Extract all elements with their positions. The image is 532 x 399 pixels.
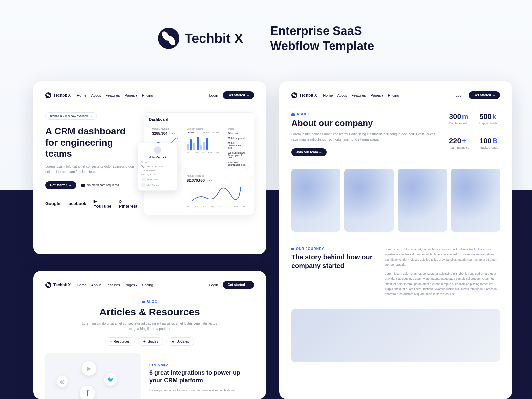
nav-links: Home About Features Pages▾ Pricing bbox=[77, 93, 153, 97]
widget-annual-revenue: Annual revenues $2,370,650▲ 8.1 FebMarAp… bbox=[184, 172, 249, 210]
nav-about[interactable]: About bbox=[91, 283, 101, 287]
chevron-down-icon: ▾ bbox=[382, 94, 383, 97]
stat-leads: 100B Tracked leads bbox=[479, 137, 500, 156]
brand-youtube: ▶ YouTube bbox=[94, 199, 112, 209]
filter-guides[interactable]: ✦Guides bbox=[138, 337, 163, 346]
youtube-icon: ▶ bbox=[82, 361, 96, 376]
hero-cta-button[interactable]: Get started → bbox=[45, 181, 76, 189]
featured-body: Lorem ipsum dolor sit amet consectetur u… bbox=[149, 388, 254, 393]
stat-team: 220+ Team members bbox=[449, 137, 469, 156]
team-photo bbox=[344, 169, 394, 232]
blog-eyebrow: BLOG bbox=[45, 300, 254, 304]
avatar bbox=[154, 146, 161, 154]
mini-nav: Techbit X Home About Features Pages▾ Pri… bbox=[45, 91, 254, 99]
hero-card: Techbit X Home About Features Pages▾ Pri… bbox=[33, 81, 266, 254]
blog-filters: ▪Resources ✦Guides ★Updates bbox=[45, 337, 254, 346]
dashboard-title: Dashboard bbox=[149, 117, 249, 121]
facebook-icon: f bbox=[80, 386, 95, 399]
journey-body: Lorem ipsum dolor sit amet, consectetur … bbox=[385, 247, 500, 301]
chevron-down-icon: ▾ bbox=[136, 284, 137, 287]
flag-icon bbox=[291, 248, 294, 250]
get-started-button[interactable]: Get started → bbox=[469, 91, 500, 99]
nav-pages[interactable]: Pages▾ bbox=[371, 93, 383, 97]
get-started-button[interactable]: Get started → bbox=[223, 91, 254, 99]
logo-icon bbox=[45, 92, 51, 98]
page-header: Techbit X Enterprise SaaS Webflow Templa… bbox=[0, 0, 532, 66]
twitter-icon: 🐦 bbox=[104, 373, 117, 386]
about-card: Techbit X Home About Features Pages▾ Pri… bbox=[279, 81, 512, 399]
nav-pages[interactable]: Pages▾ bbox=[125, 93, 137, 97]
brand-name: Techbit X bbox=[185, 31, 243, 46]
about-eyebrow: ABOUT bbox=[291, 112, 436, 116]
nav-about[interactable]: About bbox=[337, 93, 347, 97]
blog-body: Lorem ipsum dolor sit amet consectetur a… bbox=[80, 321, 219, 332]
announcement-badge[interactable]: Techbit X 2.0 is now available → bbox=[45, 112, 97, 120]
bookmark-icon bbox=[142, 301, 145, 303]
mini-logo[interactable]: Techbit X bbox=[45, 92, 71, 98]
nav-features[interactable]: Features bbox=[105, 93, 120, 97]
nav-pricing[interactable]: Pricing bbox=[142, 283, 153, 287]
brand-google: Google bbox=[45, 201, 60, 206]
team-photo bbox=[398, 169, 447, 232]
chevron-down-icon: ▾ bbox=[136, 94, 137, 97]
logo-icon bbox=[291, 92, 297, 98]
stats-grid: 300m Capital raised 500k Happy clients 2… bbox=[449, 112, 500, 156]
nav-home[interactable]: Home bbox=[77, 283, 86, 287]
journey-title: The story behind how our company started bbox=[291, 253, 375, 270]
brand-facebook: facebook bbox=[67, 201, 86, 206]
profile-name: John Carter ▾ bbox=[141, 156, 174, 159]
nav-pricing[interactable]: Pricing bbox=[142, 93, 153, 97]
credit-card-icon bbox=[81, 184, 85, 187]
journey-photo bbox=[291, 309, 500, 362]
featured-article-image: ▶ ◎ f 🐦 bbox=[45, 353, 141, 399]
about-body: Lorem ipsum dolor sit amet, consectetur … bbox=[291, 132, 436, 142]
team-photo bbox=[451, 169, 500, 232]
divider bbox=[257, 23, 257, 53]
filter-resources[interactable]: ▪Resources bbox=[105, 337, 134, 346]
journey-eyebrow: OUR JOURNEY bbox=[291, 247, 375, 251]
mini-logo[interactable]: Techbit X bbox=[291, 92, 317, 98]
nav-about[interactable]: About bbox=[91, 93, 101, 97]
login-link[interactable]: Login bbox=[456, 93, 465, 97]
get-started-button[interactable]: Get started → bbox=[223, 281, 254, 289]
brand: Techbit X bbox=[158, 28, 243, 49]
tagline-line2: Webflow Template bbox=[270, 38, 374, 53]
featured-headline[interactable]: 6 great integrations to power up your CR… bbox=[149, 369, 254, 385]
mini-nav: Techbit X Home About Features Pages▾ Pri… bbox=[45, 281, 254, 289]
logo-icon bbox=[158, 28, 179, 49]
team-photos bbox=[291, 169, 500, 232]
blog-card: Techbit X Home About Features Pages▾ Pri… bbox=[33, 271, 266, 399]
login-link[interactable]: Login bbox=[209, 93, 218, 97]
hero-title: A CRM dashboard for engineering teams bbox=[45, 126, 137, 159]
brand-pinterest: ⌾ Pinterest bbox=[119, 199, 138, 209]
login-link[interactable]: Login bbox=[209, 283, 218, 287]
filter-updates[interactable]: ★Updates bbox=[166, 337, 194, 346]
about-title: About our company bbox=[291, 118, 436, 128]
credit-card-note: No credit card requiered bbox=[81, 183, 119, 187]
profile-card: John Carter ▾ ✉— 📞(414) 859 - 5487 Websi… bbox=[138, 143, 178, 191]
nav-home[interactable]: Home bbox=[77, 93, 86, 97]
team-photo bbox=[291, 169, 340, 232]
nav-pricing[interactable]: Pricing bbox=[388, 93, 399, 97]
dashboard-mock: Dashboard Monthly revenue $285,304▲ 8.1 … bbox=[144, 112, 254, 215]
brand-logos: Google facebook ▶ YouTube ⌾ Pinterest bbox=[45, 199, 137, 209]
mini-logo[interactable]: Techbit X bbox=[45, 282, 71, 288]
nav-features[interactable]: Features bbox=[105, 283, 120, 287]
person-icon bbox=[291, 113, 295, 116]
mini-nav: Techbit X Home About Features Pages▾ Pri… bbox=[291, 91, 500, 99]
featured-tag: FEATURED bbox=[149, 363, 254, 366]
stat-clients: 500k Happy clients bbox=[479, 112, 500, 132]
tagline-line1: Enterprise SaaS bbox=[270, 23, 374, 38]
logo-icon bbox=[45, 282, 51, 288]
nav-pages[interactable]: Pages▾ bbox=[125, 283, 137, 287]
stat-capital: 300m Capital raised bbox=[449, 112, 469, 132]
nav-home[interactable]: Home bbox=[323, 93, 332, 97]
nav-features[interactable]: Features bbox=[351, 93, 366, 97]
journey-section: OUR JOURNEY The story behind how our com… bbox=[291, 247, 500, 301]
instagram-icon: ◎ bbox=[57, 376, 68, 387]
blog-title: Articles & Resources bbox=[45, 306, 254, 318]
join-team-button[interactable]: Join our team → bbox=[291, 148, 327, 156]
mini-brand-name: Techbit X bbox=[53, 93, 71, 98]
tagline: Enterprise SaaS Webflow Template bbox=[270, 23, 374, 53]
hero-body: Lorem ipsum dolor sit amet consectetur d… bbox=[45, 164, 137, 175]
